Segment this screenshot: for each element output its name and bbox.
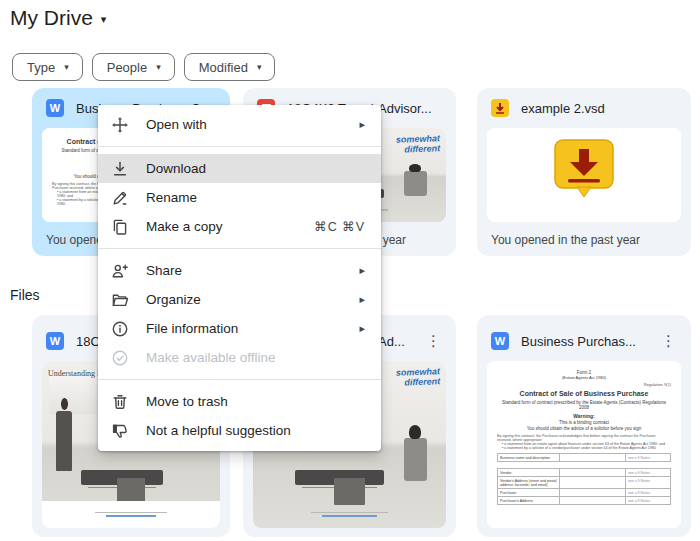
menu-item-label: Share [146, 263, 182, 278]
file-card-example-vsd[interactable]: example 2.vsd You opened in the past yea… [477, 88, 691, 256]
word-file-icon: W [46, 99, 64, 117]
download-icon [111, 160, 129, 178]
more-options-icon[interactable]: ⋮ [423, 332, 444, 350]
menu-item-shortcut: ⌘C ⌘V [314, 219, 365, 234]
menu-item-label: Organize [146, 292, 201, 307]
file-reason-text: You opened in the past year [491, 233, 640, 247]
file-thumbnail [487, 128, 681, 222]
file-card-business-purchase-2[interactable]: W Business Purchas... ⋮ Form 2 (Estate A… [477, 315, 691, 537]
info-icon [111, 320, 129, 338]
chevron-down-icon: ▾ [156, 62, 161, 72]
filter-people-label: People [107, 60, 147, 75]
folder-icon [111, 291, 129, 309]
filter-chips: Type ▾ People ▾ Modified ▾ [12, 53, 275, 81]
offline-check-circle-icon [111, 349, 129, 367]
file-title: example 2.vsd [521, 101, 679, 116]
menu-item-label: Move to trash [146, 394, 228, 409]
filter-people-chip[interactable]: People ▾ [92, 53, 175, 81]
file-thumbnail: Form 2 (Estate Agents Act 1980) Regulati… [487, 361, 681, 528]
copy-icon [111, 218, 129, 236]
menu-item-make-available-offline: Make available offline [98, 343, 381, 372]
vsd-file-icon [491, 99, 509, 117]
menu-item-label: File information [146, 321, 238, 336]
drive-page: My Drive ▾ Type ▾ People ▾ Modified ▾ W … [0, 0, 700, 541]
chevron-down-icon: ▾ [101, 13, 107, 26]
contract-document-preview: Form 2 (Estate Agents Act 1980) Regulati… [487, 361, 681, 528]
menu-item-label: Make available offline [146, 350, 276, 365]
menu-item-not-helpful-suggestion[interactable]: Not a helpful suggestion [98, 416, 381, 445]
word-file-icon: W [46, 332, 64, 350]
menu-item-download[interactable]: Download [98, 154, 381, 183]
menu-divider [98, 248, 381, 249]
menu-divider [98, 146, 381, 147]
menu-item-label: Download [146, 161, 206, 176]
person-add-icon [111, 262, 129, 280]
file-title: Business Purchas... [521, 334, 646, 349]
submenu-arrow-icon: ▸ [359, 118, 365, 131]
filter-modified-label: Modified [199, 60, 248, 75]
my-drive-dropdown[interactable]: My Drive ▾ [10, 6, 106, 30]
menu-item-share[interactable]: Share ▸ [98, 256, 381, 285]
contract-table: Vendorsee s.9 Notes Vendor's Address (st… [497, 468, 671, 505]
files-section-heading: Files [10, 287, 40, 303]
word-file-icon: W [491, 332, 509, 350]
menu-item-label: Open with [146, 117, 207, 132]
menu-item-open-with[interactable]: Open with ▸ [98, 110, 381, 139]
filter-type-label: Type [27, 60, 55, 75]
thumb-down-icon [111, 422, 129, 440]
submenu-arrow-icon: ▸ [359, 322, 365, 335]
menu-item-label: Not a helpful suggestion [146, 423, 291, 438]
menu-item-make-a-copy[interactable]: Make a copy ⌘C ⌘V [98, 212, 381, 241]
menu-item-move-to-trash[interactable]: Move to trash [98, 387, 381, 416]
filter-modified-chip[interactable]: Modified ▾ [184, 53, 276, 81]
menu-item-label: Rename [146, 190, 197, 205]
menu-item-file-information[interactable]: File information ▸ [98, 314, 381, 343]
filter-type-chip[interactable]: Type ▾ [12, 53, 83, 81]
menu-item-label: Make a copy [146, 219, 223, 234]
context-menu: Open with ▸ Download Rename [98, 105, 381, 451]
chevron-down-icon: ▾ [64, 62, 69, 72]
menu-item-rename[interactable]: Rename [98, 183, 381, 212]
vsd-download-glyph [548, 137, 620, 205]
page-title: My Drive [10, 6, 93, 30]
trash-icon [111, 393, 129, 411]
submenu-arrow-icon: ▸ [359, 293, 365, 306]
submenu-arrow-icon: ▸ [359, 264, 365, 277]
more-options-icon[interactable]: ⋮ [658, 332, 679, 350]
menu-divider [98, 379, 381, 380]
chevron-down-icon: ▾ [257, 62, 262, 72]
rename-pencil-icon [111, 189, 129, 207]
menu-item-organize[interactable]: Organize ▸ [98, 285, 381, 314]
open-with-icon [111, 116, 129, 134]
contract-table: Business name and descriptionsee s.9 Not… [497, 453, 671, 462]
